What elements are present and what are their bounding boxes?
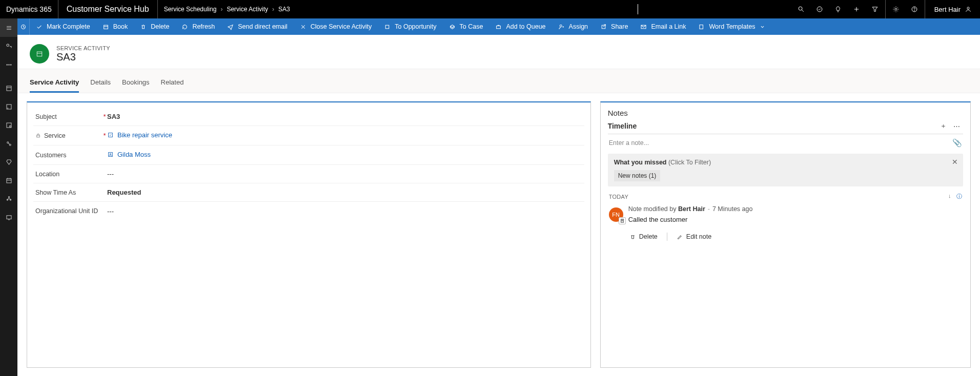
note-input[interactable]: Enter a note... [609, 139, 649, 147]
email-link-label: Email a Link [651, 23, 686, 30]
notes-panel: Notes Timeline ＋ ⋯ Enter a note... 📎 ✕ W… [600, 101, 971, 368]
lightbulb-icon[interactable] [829, 0, 847, 18]
svg-point-23 [9, 126, 11, 127]
svg-line-1 [802, 10, 804, 12]
to-case-button[interactable]: To Case [443, 18, 489, 35]
attach-icon[interactable]: 📎 [952, 138, 962, 148]
field-customers[interactable]: Customers Gilda Moss [33, 145, 584, 165]
missed-filter-hint[interactable]: (Click To Filter) [668, 159, 711, 166]
required-indicator: * [102, 132, 107, 139]
sort-icon[interactable]: ↓ [948, 193, 951, 200]
send-email-button[interactable]: Send direct email [221, 18, 294, 35]
showtime-value[interactable]: Requested [107, 189, 261, 196]
tab-details[interactable]: Details [90, 75, 111, 93]
book-button[interactable]: Book [96, 18, 134, 35]
brand-label[interactable]: Dynamics 365 [0, 0, 58, 18]
field-showtime[interactable]: Show Time As Requested [33, 183, 584, 202]
note-user: Bert Hair [678, 205, 705, 213]
svg-rect-18 [7, 86, 11, 91]
rail-item-2-icon[interactable] [0, 97, 17, 116]
page-header: SERVICE ACTIVITY SA3 [17, 35, 980, 69]
close-sa-button[interactable]: Close Service Activity [294, 18, 378, 35]
task-check-icon[interactable] [810, 0, 829, 18]
crumb-0[interactable]: Service Scheduling [162, 6, 219, 13]
email-link-button[interactable]: Email a Link [634, 18, 692, 35]
svg-point-32 [7, 199, 8, 200]
field-location[interactable]: Location --- [33, 165, 584, 183]
svg-rect-45 [385, 25, 389, 29]
crumb-2[interactable]: SA3 [276, 6, 292, 13]
customer-link[interactable]: Gilda Moss [107, 151, 151, 158]
notes-title: Notes [608, 109, 963, 117]
global-topbar: Dynamics 365 Customer Service Hub Servic… [0, 0, 980, 18]
person-icon [965, 6, 972, 13]
crumb-1[interactable]: Service Activity [224, 6, 270, 13]
note-delete-button[interactable]: Delete [629, 233, 658, 240]
field-subject[interactable]: Subject * SA3 [33, 108, 584, 126]
to-opportunity-button[interactable]: To Opportunity [378, 18, 442, 35]
orgunit-value[interactable]: --- [107, 207, 261, 215]
note-badge-icon [619, 217, 626, 224]
new-notes-chip[interactable]: New notes (1) [614, 170, 661, 181]
service-entity-icon [107, 132, 114, 138]
field-orgunit[interactable]: Organizational Unit ID --- [33, 202, 584, 220]
rail-item-6-icon[interactable] [0, 171, 17, 190]
tab-service-activity[interactable]: Service Activity [30, 75, 79, 93]
assign-button[interactable]: Assign [552, 18, 595, 35]
lock-icon [35, 133, 41, 138]
chevron-down-icon [759, 24, 766, 30]
svg-point-33 [10, 199, 11, 200]
rail-item-5-icon[interactable] [0, 153, 17, 171]
location-value[interactable]: --- [107, 170, 261, 178]
note-delete-label: Delete [639, 233, 658, 240]
tab-related[interactable]: Related [161, 75, 184, 93]
rail-item-7-icon[interactable] [0, 190, 17, 208]
timeline-more-button[interactable]: ⋯ [950, 122, 963, 130]
user-menu[interactable]: Bert Hair [926, 0, 980, 18]
help-icon[interactable] [905, 0, 924, 18]
rail-item-1-icon[interactable] [0, 79, 17, 97]
svg-point-7 [895, 8, 897, 10]
svg-point-59 [110, 154, 111, 155]
svg-point-2 [817, 7, 822, 12]
filter-icon[interactable] [866, 0, 884, 18]
share-button[interactable]: Share [594, 18, 634, 35]
hamburger-icon[interactable] [0, 18, 17, 37]
timeline-note[interactable]: FN Note modified by Bert Hair-7 Minutes … [608, 202, 963, 226]
assign-label: Assign [569, 23, 588, 30]
svg-rect-56 [37, 135, 40, 137]
timeline-add-button[interactable]: ＋ [936, 121, 950, 131]
add-icon[interactable] [847, 0, 866, 18]
svg-rect-57 [109, 133, 113, 137]
rail-item-3-icon[interactable] [0, 116, 17, 134]
mark-complete-button[interactable]: Mark Complete [30, 18, 96, 35]
search-icon[interactable] [792, 0, 810, 18]
svg-rect-20 [7, 105, 11, 109]
svg-rect-27 [7, 178, 11, 182]
svg-rect-54 [37, 52, 42, 56]
info-icon[interactable]: ⓘ [956, 193, 962, 200]
rail-item-4-icon[interactable] [0, 134, 17, 153]
orgunit-label: Organizational Unit ID [35, 207, 98, 215]
history-icon[interactable] [17, 18, 30, 35]
note-time: 7 Minutes ago [712, 205, 753, 213]
add-queue-button[interactable]: Add to Queue [489, 18, 552, 35]
gear-icon[interactable] [887, 0, 905, 18]
refresh-button[interactable]: Refresh [175, 18, 221, 35]
rail-more-icon[interactable] [0, 55, 17, 74]
word-templates-button[interactable]: Word Templates [692, 18, 772, 35]
hub-name[interactable]: Customer Service Hub [58, 0, 157, 18]
tab-bookings[interactable]: Bookings [122, 75, 149, 93]
close-icon[interactable]: ✕ [952, 158, 958, 166]
svg-point-15 [7, 64, 8, 65]
note-edit-button[interactable]: Edit note [677, 233, 711, 240]
field-service[interactable]: Service * Bike repair service [33, 126, 584, 145]
svg-line-26 [8, 143, 9, 144]
note-body-text: Called the customer [628, 216, 753, 223]
rail-recents-icon[interactable] [0, 37, 17, 55]
delete-button[interactable]: Delete [134, 18, 175, 35]
svg-rect-53 [699, 25, 703, 29]
subject-value[interactable]: SA3 [107, 113, 261, 120]
service-link[interactable]: Bike repair service [107, 131, 172, 139]
rail-item-8-icon[interactable] [0, 208, 17, 226]
